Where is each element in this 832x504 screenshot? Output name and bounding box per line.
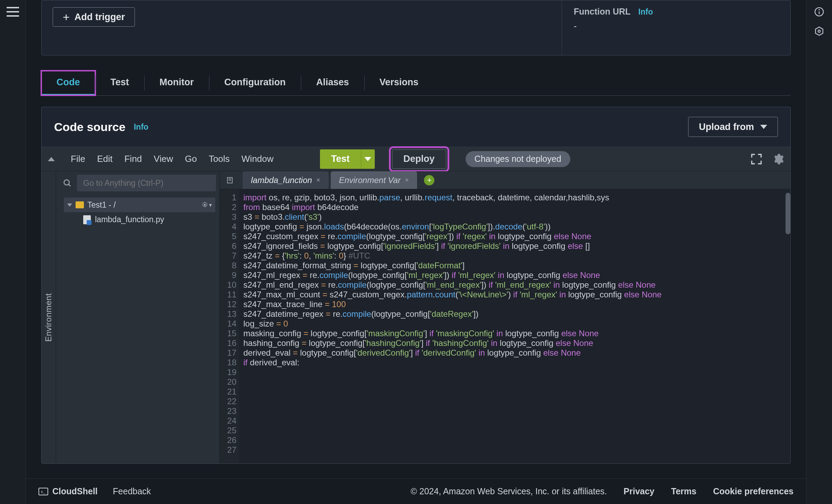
cloudshell-icon: ›_ bbox=[38, 488, 48, 495]
code-source-header: Code source Info Upload from bbox=[42, 107, 790, 147]
file-tree: Test1 - / ▾ lambda_function.py bbox=[56, 195, 219, 227]
footer-cookies-link[interactable]: Cookie preferences bbox=[713, 486, 794, 496]
svg-point-2 bbox=[204, 204, 206, 206]
info-circle-icon[interactable] bbox=[814, 6, 825, 17]
line-number-gutter: 1234567891011121314151617181920212223242… bbox=[220, 189, 239, 463]
editor-tabs: lambda_function × Environment Var × + bbox=[220, 171, 790, 189]
scrollbar-thumb[interactable] bbox=[786, 193, 790, 234]
ide-menubar: File Edit Find View Go Tools Window Test… bbox=[42, 147, 790, 171]
code-source-title: Code source bbox=[54, 120, 125, 134]
ide-body: Environment Test1 - / bbox=[42, 171, 790, 463]
gear-icon[interactable] bbox=[772, 153, 784, 165]
menu-edit[interactable]: Edit bbox=[97, 154, 113, 164]
code-editor[interactable]: 1234567891011121314151617181920212223242… bbox=[220, 189, 790, 463]
close-icon[interactable]: × bbox=[316, 176, 320, 184]
add-trigger-button[interactable]: + Add trigger bbox=[53, 7, 135, 27]
code-source-panel: Code source Info Upload from File Edit F… bbox=[41, 107, 791, 464]
env-label: Environment bbox=[44, 293, 54, 341]
menu-view[interactable]: View bbox=[154, 154, 173, 164]
tab-code[interactable]: Code bbox=[41, 71, 95, 95]
add-trigger-label: Add trigger bbox=[75, 12, 125, 23]
menu-window[interactable]: Window bbox=[242, 154, 274, 164]
svg-point-0 bbox=[64, 180, 69, 185]
editor-tab-active-label: lambda_function bbox=[251, 175, 312, 185]
chevron-down-icon bbox=[760, 125, 767, 129]
chevron-down-icon bbox=[67, 203, 72, 207]
tab-monitor[interactable]: Monitor bbox=[144, 71, 209, 95]
hamburger-icon[interactable] bbox=[7, 7, 19, 17]
tree-file-lambda[interactable]: lambda_function.py bbox=[64, 212, 215, 227]
search-icon[interactable] bbox=[62, 178, 72, 188]
document-list-icon[interactable] bbox=[224, 174, 236, 186]
tab-aliases[interactable]: Aliases bbox=[301, 71, 364, 95]
footer-bar: ›_ CloudShell Feedback © 2024, Amazon We… bbox=[26, 478, 806, 504]
svg-point-8 bbox=[819, 9, 819, 10]
menu-go[interactable]: Go bbox=[185, 154, 197, 164]
test-button-group: Test bbox=[320, 149, 375, 169]
deploy-button[interactable]: Deploy bbox=[392, 149, 446, 169]
function-overview-card: + Add trigger Function URL Info - bbox=[41, 0, 791, 55]
tree-gear-button[interactable]: ▾ bbox=[201, 200, 212, 210]
code-source-info-link[interactable]: Info bbox=[134, 122, 148, 132]
env-gutter[interactable]: Environment bbox=[42, 171, 56, 463]
menu-tools[interactable]: Tools bbox=[209, 154, 230, 164]
goto-search-row bbox=[56, 171, 219, 195]
file-explorer: Test1 - / ▾ lambda_function.py bbox=[56, 171, 220, 463]
code-text[interactable]: import os, re, gzip, boto3, json, urllib… bbox=[239, 189, 790, 463]
new-tab-button[interactable]: + bbox=[424, 175, 434, 185]
app-shell: + Add trigger Function URL Info - Code T… bbox=[0, 0, 832, 504]
upload-from-button[interactable]: Upload from bbox=[688, 117, 778, 137]
upload-from-label: Upload from bbox=[699, 122, 754, 132]
tree-file-label: lambda_function.py bbox=[95, 215, 164, 224]
fullscreen-icon[interactable] bbox=[750, 153, 763, 165]
copyright-text: © 2024, Amazon Web Services, Inc. or its… bbox=[410, 486, 607, 496]
chevron-down-icon bbox=[364, 157, 371, 161]
side-nav bbox=[0, 0, 26, 504]
cloudshell-label: CloudShell bbox=[52, 486, 98, 496]
editor-tab-inactive-label: Environment Var bbox=[339, 175, 401, 185]
overview-left: + Add trigger bbox=[42, 0, 562, 55]
right-rail bbox=[806, 0, 832, 504]
footer-privacy-link[interactable]: Privacy bbox=[624, 486, 655, 496]
ide-container: File Edit Find View Go Tools Window Test… bbox=[42, 147, 790, 463]
overview-right: Function URL Info - bbox=[562, 0, 790, 55]
plus-icon: + bbox=[63, 11, 70, 23]
svg-line-1 bbox=[69, 184, 71, 186]
function-tabs: Code Test Monitor Configuration Aliases … bbox=[41, 71, 791, 96]
collapse-arrow-icon[interactable] bbox=[48, 157, 55, 161]
function-url-info-link[interactable]: Info bbox=[638, 7, 653, 16]
hexagon-icon[interactable] bbox=[814, 26, 825, 37]
svg-point-10 bbox=[818, 30, 821, 33]
cloudshell-button[interactable]: ›_ CloudShell bbox=[38, 486, 98, 496]
main-column: + Add trigger Function URL Info - Code T… bbox=[26, 0, 806, 504]
ide-right-icons bbox=[750, 153, 784, 165]
test-button[interactable]: Test bbox=[320, 149, 361, 169]
editor-pane: lambda_function × Environment Var × + bbox=[220, 171, 790, 463]
menu-find[interactable]: Find bbox=[124, 154, 142, 164]
menu-file[interactable]: File bbox=[71, 154, 85, 164]
feedback-link[interactable]: Feedback bbox=[113, 486, 151, 496]
folder-icon bbox=[76, 201, 84, 208]
gear-icon bbox=[201, 201, 208, 208]
function-url-label: Function URL bbox=[574, 7, 631, 17]
tab-configuration[interactable]: Configuration bbox=[209, 71, 301, 95]
test-dropdown-button[interactable] bbox=[361, 149, 375, 169]
python-file-icon bbox=[83, 215, 91, 224]
close-icon[interactable]: × bbox=[405, 176, 409, 184]
deploy-status-chip: Changes not deployed bbox=[466, 151, 570, 167]
goto-anything-input[interactable] bbox=[77, 175, 216, 191]
editor-tab-active[interactable]: lambda_function × bbox=[243, 171, 329, 189]
svg-marker-9 bbox=[815, 27, 823, 35]
footer-terms-link[interactable]: Terms bbox=[671, 486, 696, 496]
content-area: + Add trigger Function URL Info - Code T… bbox=[26, 0, 806, 504]
tab-test[interactable]: Test bbox=[95, 71, 145, 95]
tree-root-label: Test1 - / bbox=[87, 200, 116, 210]
editor-tab-inactive[interactable]: Environment Var × bbox=[331, 171, 417, 189]
tab-versions[interactable]: Versions bbox=[364, 71, 434, 95]
function-url-value: - bbox=[574, 21, 779, 32]
tree-root[interactable]: Test1 - / ▾ bbox=[64, 198, 215, 212]
